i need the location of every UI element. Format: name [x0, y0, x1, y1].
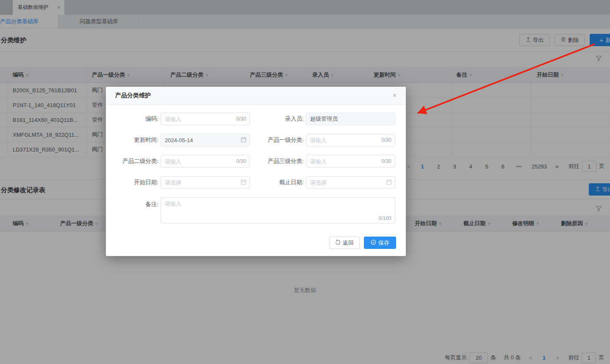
level3-label: 产品三级分类: [249, 155, 304, 168]
save-button[interactable]: 保存 [364, 237, 396, 249]
startdate-field-wrap [161, 176, 250, 189]
check-circle-icon [371, 240, 376, 246]
char-counter: 0/30 [382, 134, 391, 146]
operator-label: 录入员: [249, 113, 304, 125]
updated-date-input [161, 134, 250, 146]
calendar-icon [241, 179, 247, 187]
level1-field-wrap: 0/30 [306, 134, 395, 146]
remark-textarea[interactable] [161, 197, 395, 223]
remark-field-wrap: 0/100 [161, 197, 395, 223]
updated-label: 更新时间: [103, 134, 158, 146]
level2-label: 产品二级分类: [103, 155, 158, 168]
undo-icon [335, 240, 341, 246]
operator-field-wrap [306, 113, 395, 125]
level1-label: 产品一级分类: [249, 134, 304, 146]
startdate-input[interactable] [161, 176, 250, 189]
char-counter: 0/100 [379, 215, 391, 221]
close-icon[interactable]: × [393, 92, 396, 99]
back-button[interactable]: 返回 [329, 237, 360, 249]
calendar-icon [386, 179, 392, 187]
level2-field-wrap: 0/30 [161, 155, 250, 168]
enddate-label: 截止日期: [249, 176, 304, 189]
code-field-wrap: 0/30 [161, 113, 250, 125]
dialog-header: 产品分类维护 × [106, 87, 406, 105]
dialog-title: 产品分类维护 [115, 92, 151, 99]
remark-label: 备注: [103, 198, 158, 211]
startdate-label: 开始日期: [103, 176, 158, 189]
operator-input [306, 113, 395, 125]
enddate-input[interactable] [306, 176, 395, 189]
app-root: 基础数据维护 × 产品分类基础库 问题类型基础库 分类维护 导出 删除 + 新增… [0, 0, 610, 364]
product-category-dialog: 产品分类维护 × 编码: 0/30 录入员: 更新时间: 产品一级分类: 0/3… [106, 87, 406, 256]
char-counter: 0/30 [382, 155, 391, 168]
enddate-field-wrap [306, 176, 395, 189]
updated-field-wrap [161, 134, 250, 146]
char-counter: 0/30 [236, 113, 246, 125]
calendar-icon [241, 137, 247, 144]
level3-field-wrap: 0/30 [306, 155, 395, 168]
code-label: 编码: [103, 113, 158, 125]
char-counter: 0/30 [236, 155, 246, 168]
